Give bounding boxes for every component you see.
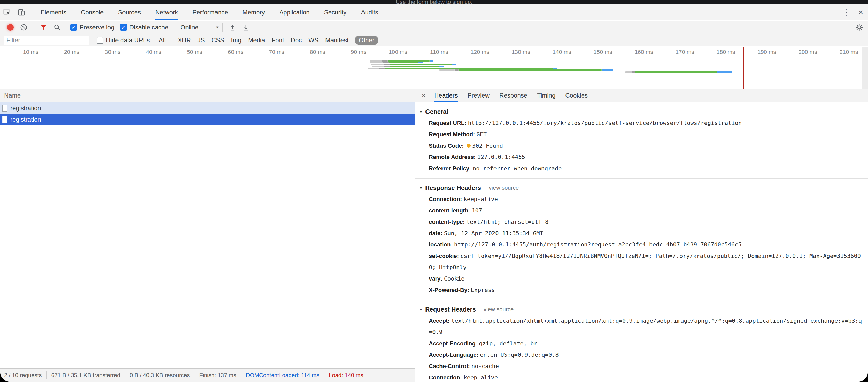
tab-memory[interactable]: Memory xyxy=(243,4,265,20)
status-item-5: Load: 140 ms xyxy=(329,372,363,379)
tab-sources[interactable]: Sources xyxy=(118,4,141,20)
filter-type-ws[interactable]: WS xyxy=(308,37,318,44)
tab-elements[interactable]: Elements xyxy=(40,4,66,20)
tab-console[interactable]: Console xyxy=(81,4,103,20)
header-row: Accept: text/html,application/xhtml+xml,… xyxy=(419,315,864,338)
header-row: X-Powered-By: Express xyxy=(419,284,864,296)
search-icon[interactable] xyxy=(51,21,64,34)
request-row[interactable]: registration xyxy=(0,102,415,114)
header-value: Sun, 12 Apr 2020 11:35:34 GMT xyxy=(444,230,543,236)
header-row: content-length: 107 xyxy=(419,205,864,216)
header-name: Accept-Language: xyxy=(429,352,480,358)
header-row: Accept-Language: en,en-US;q=0.9,de;q=0.8 xyxy=(419,349,864,360)
resource-type-filters: AllXHRJSCSSImgMediaFontDocWSManifestOthe… xyxy=(155,36,381,45)
header-name: content-type: xyxy=(429,219,466,225)
filter-input[interactable] xyxy=(4,36,89,45)
section-header[interactable]: ▼Response Headersview source xyxy=(419,182,864,194)
tab-performance[interactable]: Performance xyxy=(192,4,228,20)
view-source-link[interactable]: view source xyxy=(484,306,514,313)
preserve-log-toggle[interactable]: ✓ Preserve log xyxy=(70,24,120,31)
divider xyxy=(849,23,849,32)
tick-label: 120 ms xyxy=(451,49,489,56)
view-source-link[interactable]: view source xyxy=(489,184,519,191)
filter-type-font[interactable]: Font xyxy=(272,37,284,44)
filter-type-img[interactable]: Img xyxy=(231,37,241,44)
tabbar-right: ⋮ × xyxy=(835,4,868,20)
request-timing-bar xyxy=(452,64,457,65)
details-tabbar: × HeadersPreviewResponseTimingCookies xyxy=(415,89,868,102)
export-har-icon[interactable] xyxy=(239,21,253,34)
request-timing-bar xyxy=(602,69,613,71)
chevron-down-icon: ▼ xyxy=(215,25,219,29)
clear-network-log-icon[interactable] xyxy=(17,21,30,34)
details-tab-timing[interactable]: Timing xyxy=(537,89,555,102)
tab-security[interactable]: Security xyxy=(324,4,347,20)
divider xyxy=(177,23,177,32)
throttling-select[interactable]: Online ▼ xyxy=(180,24,219,31)
status-item-4: DOMContentLoaded: 114 ms xyxy=(246,372,319,379)
section-title: General xyxy=(425,108,448,115)
request-row[interactable]: registration xyxy=(0,114,415,125)
column-header-name[interactable]: Name xyxy=(0,89,415,102)
divider xyxy=(31,8,31,17)
details-tab-cookies[interactable]: Cookies xyxy=(565,89,588,102)
request-timing-bar xyxy=(439,69,455,71)
network-overview-band[interactable]: 10 ms20 ms30 ms40 ms50 ms60 ms70 ms80 ms… xyxy=(0,47,868,89)
disable-cache-label: Disable cache xyxy=(129,24,168,31)
device-toolbar-icon[interactable] xyxy=(14,4,29,20)
details-tab-headers[interactable]: Headers xyxy=(434,89,458,102)
kebab-menu-icon[interactable]: ⋮ xyxy=(839,4,854,20)
record-network-log-icon[interactable] xyxy=(4,21,17,34)
tick-label: 70 ms xyxy=(246,49,284,56)
filter-type-manifest[interactable]: Manifest xyxy=(325,37,349,44)
filter-type-all[interactable]: All xyxy=(159,37,165,44)
section-header[interactable]: ▼General xyxy=(419,106,864,117)
header-name: X-Powered-By: xyxy=(429,287,471,293)
header-row: date: Sun, 12 Apr 2020 11:35:34 GMT xyxy=(419,228,864,239)
tick-label: 20 ms xyxy=(40,49,79,56)
header-value: gzip, deflate, br xyxy=(479,340,537,347)
close-details-icon[interactable]: × xyxy=(418,89,429,102)
details-tab-preview[interactable]: Preview xyxy=(468,89,490,102)
header-row: content-type: text/html; charset=utf-8 xyxy=(419,216,864,228)
header-name: vary: xyxy=(429,275,444,282)
details-tab-response[interactable]: Response xyxy=(499,89,527,102)
filter-type-media[interactable]: Media xyxy=(248,37,265,44)
settings-gear-icon[interactable] xyxy=(852,24,866,31)
filter-type-js[interactable]: JS xyxy=(197,37,205,44)
filter-funnel-icon[interactable] xyxy=(37,21,51,34)
checkbox-checked-icon[interactable]: ✓ xyxy=(70,24,77,31)
header-value: keep-alive xyxy=(463,374,498,381)
import-har-icon[interactable] xyxy=(226,21,239,34)
filter-type-other[interactable]: Other xyxy=(355,36,378,45)
section-header[interactable]: ▼Request Headersview source xyxy=(419,304,864,315)
tab-network[interactable]: Network xyxy=(155,4,178,20)
name-header-label: Name xyxy=(4,92,21,99)
tick-label: 160 ms xyxy=(615,49,653,56)
request-timing-bar xyxy=(455,69,459,71)
tick-label: 150 ms xyxy=(574,49,612,56)
checkbox-unchecked-icon[interactable] xyxy=(97,37,103,44)
tab-audits[interactable]: Audits xyxy=(361,4,378,20)
screen-corner xyxy=(0,372,10,382)
header-row: Referrer Policy: no-referrer-when-downgr… xyxy=(419,163,864,174)
request-timing-bar xyxy=(368,68,379,69)
header-name: Cache-Control: xyxy=(429,363,471,369)
request-timing-bar xyxy=(430,60,433,62)
header-value: GET xyxy=(476,131,487,138)
close-devtools-icon[interactable]: × xyxy=(854,4,868,20)
disable-cache-toggle[interactable]: ✓ Disable cache xyxy=(120,24,174,31)
filter-type-xhr[interactable]: XHR xyxy=(178,37,191,44)
headers-section-general: ▼GeneralRequest URL: http://127.0.0.1:44… xyxy=(415,102,868,179)
tab-application[interactable]: Application xyxy=(279,4,309,20)
inspect-element-icon[interactable] xyxy=(0,4,14,20)
request-timing-bar xyxy=(632,71,636,73)
filter-type-doc[interactable]: Doc xyxy=(291,37,302,44)
divider xyxy=(194,372,195,379)
toolbar-right xyxy=(846,23,866,32)
filter-type-css[interactable]: CSS xyxy=(212,37,224,44)
header-row: Connection: keep-alive xyxy=(419,194,864,205)
header-row: set-cookie: csrf_token=y1//BqpRxuFY8Hw41… xyxy=(419,250,864,273)
checkbox-checked-icon[interactable]: ✓ xyxy=(120,24,127,31)
header-row: Accept-Encoding: gzip, deflate, br xyxy=(419,338,864,349)
